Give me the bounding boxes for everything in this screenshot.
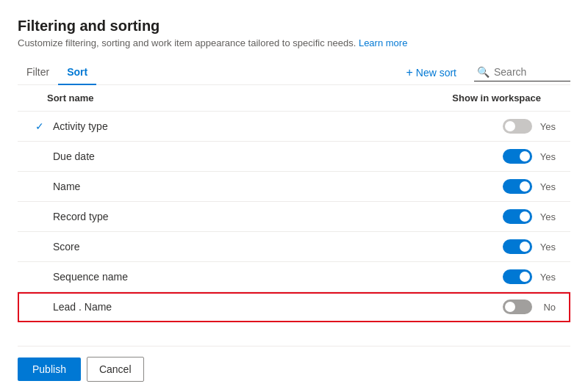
toggle-label: No [538, 302, 556, 313]
sort-name-cell: Due date [18, 142, 285, 172]
toggle-label: Yes [538, 121, 556, 132]
sort-name-label: Record type [53, 211, 108, 222]
page-container: Filtering and sorting Customize filterin… [0, 0, 588, 392]
sort-table: Sort name Show in workspace ✓Activity ty… [18, 85, 570, 322]
tabs-row: Filter Sort + New sort 🔍 [18, 60, 570, 85]
col-show-in-workspace: Show in workspace [285, 85, 570, 112]
sort-name-cell: ✓Activity type [18, 112, 285, 142]
toggle-cell: Yes [285, 142, 570, 172]
sort-name-label: Activity type [53, 120, 108, 132]
toggle-switch[interactable] [503, 179, 532, 194]
page-subtitle: Customize filtering, sorting and work it… [18, 37, 570, 48]
toggle-label: Yes [538, 211, 556, 222]
learn-more-link[interactable]: Learn more [359, 37, 407, 48]
table-row: Record typeYes [18, 202, 570, 232]
sort-name-label: Lead . Name [53, 301, 112, 313]
toggle-label: Yes [538, 272, 556, 283]
toggle-switch[interactable] [503, 149, 532, 164]
sort-name-label: Due date [53, 150, 95, 162]
toggle-label: Yes [538, 151, 556, 162]
toggle-cell: Yes [285, 112, 570, 142]
table-row: ScoreYes [18, 232, 570, 262]
sort-name-label: Score [53, 241, 80, 253]
sort-name-label: Name [53, 181, 80, 192]
toggle-cell: Yes [285, 202, 570, 232]
toggle-switch[interactable] [503, 269, 532, 284]
toggle-cell: Yes [285, 232, 570, 262]
table-row: Due dateYes [18, 142, 570, 172]
toggle-cell: Yes [285, 262, 570, 292]
subtitle-text: Customize filtering, sorting and work it… [18, 37, 359, 48]
page-title: Filtering and sorting [18, 18, 570, 35]
plus-icon: + [406, 66, 412, 79]
toggle-switch[interactable] [503, 119, 532, 134]
toggle-cell: No [285, 292, 570, 322]
table-row: NameYes [18, 172, 570, 202]
toolbar: + New sort 🔍 [400, 62, 570, 84]
sort-name-cell: Score [18, 232, 285, 262]
search-input[interactable] [494, 66, 567, 78]
table-row: Lead . NameNo [18, 292, 570, 322]
new-sort-label: New sort [416, 67, 456, 79]
search-container: 🔍 [474, 63, 570, 81]
sort-name-cell: Lead . Name [18, 292, 285, 322]
new-sort-button[interactable]: + New sort [400, 62, 462, 84]
table-row: Sequence nameYes [18, 262, 570, 292]
publish-button[interactable]: Publish [18, 357, 81, 381]
tab-filter[interactable]: Filter [18, 60, 58, 85]
tab-sort[interactable]: Sort [58, 60, 96, 85]
toggle-switch[interactable] [503, 300, 532, 314]
toggle-label: Yes [538, 181, 556, 192]
search-icon: 🔍 [477, 66, 490, 78]
sort-name-cell: Record type [18, 202, 285, 232]
table-container: Sort name Show in workspace ✓Activity ty… [18, 85, 570, 346]
toggle-cell: Yes [285, 172, 570, 202]
cancel-button[interactable]: Cancel [87, 357, 144, 382]
toggle-switch[interactable] [503, 239, 532, 254]
toggle-switch[interactable] [503, 209, 532, 224]
sort-name-cell: Sequence name [18, 262, 285, 292]
col-sort-name: Sort name [18, 85, 285, 112]
toggle-label: Yes [538, 242, 556, 253]
sort-name-label: Sequence name [53, 271, 128, 283]
footer: Publish Cancel [18, 346, 570, 392]
check-icon: ✓ [35, 120, 47, 132]
table-row: ✓Activity typeYes [18, 112, 570, 142]
sort-name-cell: Name [18, 172, 285, 202]
